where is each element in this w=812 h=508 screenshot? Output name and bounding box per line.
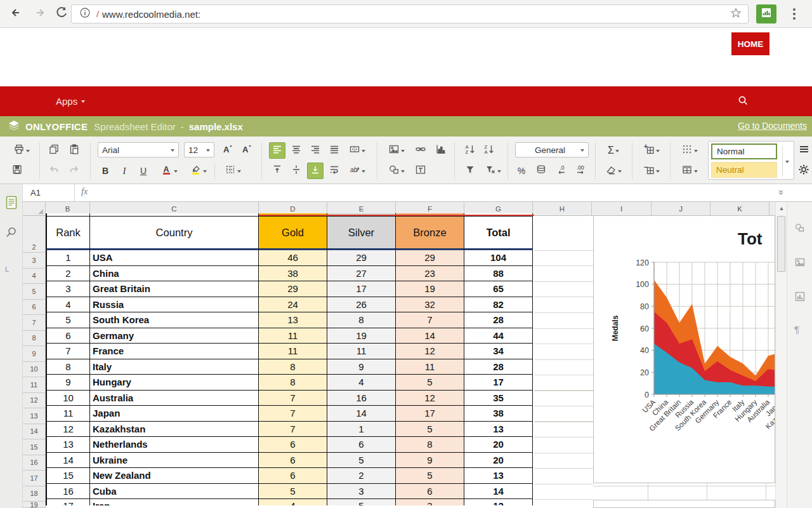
cell-silver[interactable]: 14: [327, 406, 396, 422]
row-header-9[interactable]: 9: [23, 346, 46, 362]
header-total[interactable]: Total: [464, 216, 533, 250]
cell-bronze[interactable]: 7: [396, 312, 464, 328]
text-orientation-button[interactable]: ab: [345, 163, 369, 179]
cell-total[interactable]: 14: [464, 484, 533, 500]
cell-gold[interactable]: 7: [259, 422, 327, 438]
scroll-up-icon[interactable]: ▲: [776, 203, 787, 213]
cell-silver[interactable]: 3: [327, 484, 396, 500]
cell-total[interactable]: 65: [464, 281, 533, 297]
search-icon[interactable]: [5, 226, 18, 241]
cell-silver[interactable]: 2: [327, 468, 396, 484]
print-button[interactable]: [9, 142, 34, 159]
cell-rank[interactable]: 1: [46, 250, 90, 266]
cell-rank[interactable]: 6: [46, 328, 90, 344]
row-headers[interactable]: 2345678910111213141516171819: [23, 216, 46, 508]
cell-total[interactable]: 104: [464, 250, 533, 266]
cell-bronze[interactable]: 11: [396, 359, 464, 375]
spreadsheet-area[interactable]: BCDEFGHIJK 2345678910111213141516171819 …: [23, 202, 775, 508]
cell-total[interactable]: 82: [464, 297, 533, 313]
cell-gold[interactable]: 13: [259, 312, 327, 328]
comma-style-button[interactable]: [533, 163, 549, 179]
header-rank[interactable]: Rank: [46, 216, 90, 250]
cell-bronze[interactable]: 32: [396, 297, 464, 313]
total-medals-chart[interactable]: 020406080100120USAChinaGreat BritainRuss…: [593, 215, 775, 483]
cell-country[interactable]: France: [90, 344, 259, 359]
cell-gold[interactable]: 11: [259, 344, 327, 359]
insert-image-button[interactable]: [384, 142, 409, 159]
cell-rank[interactable]: 8: [46, 359, 90, 375]
align-left-button[interactable]: [269, 142, 285, 159]
copy-button[interactable]: [46, 142, 62, 159]
row-header-10[interactable]: 10: [23, 362, 46, 378]
cell-total[interactable]: 17: [464, 375, 533, 391]
fill-color-button[interactable]: [187, 163, 211, 179]
italic-button[interactable]: I: [117, 163, 132, 179]
cell-country[interactable]: Great Britain: [90, 281, 259, 297]
cell-bronze[interactable]: 17: [396, 406, 464, 422]
url-text[interactable]: www.redcoolmedia.net:: [102, 9, 200, 20]
cell-silver[interactable]: 27: [327, 266, 396, 282]
cell-rank[interactable]: 5: [46, 312, 90, 328]
paragraph-settings-icon[interactable]: ¶: [794, 324, 799, 335]
paste-button[interactable]: [66, 142, 82, 159]
cell-silver[interactable]: 8: [327, 312, 396, 328]
image-settings-icon[interactable]: [794, 257, 806, 271]
cell-bronze[interactable]: 23: [396, 266, 464, 282]
row-header-13[interactable]: 13: [23, 408, 46, 424]
column-header-K[interactable]: K: [710, 202, 769, 216]
increase-font-button[interactable]: A: [219, 142, 236, 159]
fx-icon[interactable]: fx: [81, 187, 88, 197]
browser-menu-icon[interactable]: [789, 6, 799, 22]
header-bronze[interactable]: Bronze: [396, 216, 464, 250]
cell-silver[interactable]: 19: [327, 328, 396, 344]
cell-silver[interactable]: 16: [327, 391, 396, 406]
row-header-17[interactable]: 17: [23, 471, 46, 486]
cell-silver[interactable]: 26: [327, 297, 396, 313]
row-header-6[interactable]: 6: [23, 300, 46, 316]
merge-cells-button[interactable]: [345, 142, 369, 159]
cell-country[interactable]: USA: [90, 250, 259, 266]
row-header-19[interactable]: 19: [23, 502, 46, 508]
file-tab-icon[interactable]: [5, 196, 18, 212]
cell-gold[interactable]: 5: [259, 484, 327, 500]
cell-country[interactable]: Iran: [90, 499, 259, 505]
cell-bronze[interactable]: 12: [396, 391, 464, 406]
cell-total[interactable]: 34: [464, 344, 533, 359]
cell-total[interactable]: 28: [464, 312, 533, 328]
cell-rank[interactable]: 15: [46, 468, 90, 484]
cell-silver[interactable]: 29: [327, 250, 396, 266]
cell-style-gallery[interactable]: Normal Neutral: [708, 141, 794, 180]
cell-bronze[interactable]: 9: [396, 453, 464, 469]
shape-settings-icon[interactable]: [794, 222, 806, 236]
cell-silver[interactable]: 17: [327, 281, 396, 297]
cell-bronze[interactable]: 5: [396, 422, 464, 438]
decrease-font-button[interactable]: A: [239, 142, 255, 159]
insert-cells-button[interactable]: +: [639, 142, 664, 159]
row-header-8[interactable]: 8: [23, 331, 46, 347]
column-header-J[interactable]: J: [652, 202, 710, 216]
sort-asc-button[interactable]: AZ: [462, 142, 478, 159]
cell-gold[interactable]: 7: [259, 391, 327, 406]
percent-style-button[interactable]: %: [514, 163, 529, 179]
cell-gold[interactable]: 6: [259, 437, 327, 453]
cell-gold[interactable]: 8: [259, 375, 327, 391]
forward-icon[interactable]: [30, 5, 48, 23]
row-header-15[interactable]: 15: [23, 439, 46, 455]
go-to-documents-link[interactable]: Go to Documents: [738, 121, 807, 131]
home-button[interactable]: HOME: [731, 32, 769, 55]
row-header-4[interactable]: 4: [23, 269, 46, 284]
cell-silver[interactable]: 5: [327, 499, 396, 505]
collapse-formula-bar-icon[interactable]: »: [775, 185, 789, 199]
cell-silver[interactable]: 6: [327, 437, 396, 453]
delete-cells-button[interactable]: −: [639, 163, 664, 179]
cell-country[interactable]: Ukraine: [90, 453, 259, 469]
cell-rank[interactable]: 10: [46, 391, 90, 406]
font-color-button[interactable]: A: [157, 163, 181, 179]
insert-link-button[interactable]: [412, 142, 429, 159]
cell-bronze[interactable]: 5: [396, 468, 464, 484]
underline-button[interactable]: U: [136, 163, 151, 179]
bookmark-star-icon[interactable]: [730, 7, 742, 21]
insert-chart-button[interactable]: [433, 142, 449, 159]
cell-silver[interactable]: 4: [327, 375, 396, 391]
style-neutral[interactable]: Neutral: [711, 162, 777, 178]
